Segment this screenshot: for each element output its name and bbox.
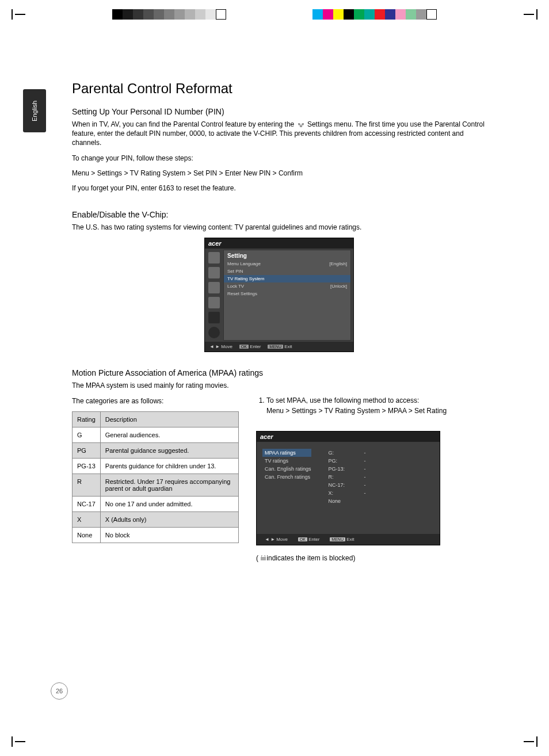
body-text: The MPAA system is used mainly for ratin… bbox=[72, 381, 486, 390]
osd-row: MPAA ratings bbox=[262, 449, 311, 457]
menu-path: Menu > Settings > TV Rating System > MPA… bbox=[266, 407, 486, 415]
osd-row: TV Rating System bbox=[224, 275, 350, 282]
osd-row: NC-17:- bbox=[329, 481, 366, 489]
lock-note: ( indicates the item is blocked) bbox=[256, 553, 486, 563]
osd-footer: ◄ ► Move OK Enter MENU Exit bbox=[257, 534, 440, 545]
table-row: PGParental guidance suggested. bbox=[73, 442, 239, 458]
page-title: Parental Control Reformat bbox=[72, 81, 486, 97]
body-text: The U.S. has two rating systems for view… bbox=[72, 223, 486, 232]
osd-row: Lock TV[Unlock] bbox=[224, 282, 350, 290]
osd-row: Can. English ratings bbox=[265, 465, 311, 473]
table-row: NC-17No one 17 and under admitted. bbox=[73, 496, 239, 511]
page-content: Parental Control Reformat Setting Up You… bbox=[72, 81, 486, 568]
section-heading-pin: Setting Up Your Personal ID Number (PIN) bbox=[72, 107, 486, 116]
color-swatches bbox=[312, 9, 437, 20]
osd-row: Can. French ratings bbox=[265, 473, 311, 481]
section-heading-mpaa: Motion Picture Association of America (M… bbox=[72, 368, 486, 377]
osd-panel-title: Setting bbox=[224, 250, 350, 260]
body-text: Menu > Settings > TV Rating System > Set… bbox=[72, 169, 486, 178]
osd-screenshot-settings: acer Setting Menu Language[English]Set P… bbox=[204, 238, 354, 352]
table-row: XX (Adults only) bbox=[73, 511, 239, 527]
lock-icon bbox=[260, 555, 266, 562]
osd-screenshot-mpaa: acer MPAA ratingsTV ratingsCan. English … bbox=[256, 431, 440, 545]
list-item: To set MPAA, use the following method to… bbox=[266, 396, 486, 415]
osd-row: G:- bbox=[329, 449, 366, 457]
body-text: When in TV, AV, you can find the Parenta… bbox=[72, 120, 486, 148]
osd-brand: acer bbox=[257, 432, 440, 442]
osd-row: PG-13:- bbox=[329, 465, 366, 473]
steps-list: To set MPAA, use the following method to… bbox=[256, 396, 486, 415]
page-number: 26 bbox=[51, 682, 68, 700]
osd-row: PG:- bbox=[329, 457, 366, 465]
osd-row: R:- bbox=[329, 473, 366, 481]
osd-row: Set PIN bbox=[224, 268, 350, 275]
osd-brand: acer bbox=[205, 238, 353, 249]
table-row: GGeneral audiences. bbox=[73, 427, 239, 442]
osd-side-icons bbox=[205, 249, 223, 342]
osd-row: None bbox=[329, 497, 366, 505]
table-header: Rating bbox=[73, 411, 101, 427]
table-row: NoneNo block bbox=[73, 527, 239, 543]
osd-row: TV ratings bbox=[265, 457, 311, 465]
print-marks-bottom bbox=[0, 733, 549, 750]
osd-row: Reset Settings bbox=[224, 290, 350, 297]
osd-row: X:- bbox=[329, 489, 366, 497]
osd-row: Menu Language[English] bbox=[224, 260, 350, 268]
body-text: To change your PIN, follow these steps: bbox=[72, 154, 486, 163]
settings-icon bbox=[296, 121, 306, 128]
gray-swatches bbox=[112, 9, 226, 20]
body-text: The categories are as follows: bbox=[72, 396, 239, 406]
section-heading-vchip: Enable/Disable the V-Chip: bbox=[72, 210, 486, 219]
table-row: RRestricted. Under 17 requires accompany… bbox=[73, 474, 239, 496]
body-text: If you forget your PIN, enter 6163 to re… bbox=[72, 184, 486, 193]
print-marks-top bbox=[0, 6, 549, 23]
osd-footer: ◄ ► Move OK Enter MENU Exit bbox=[205, 342, 353, 352]
table-header: Description bbox=[100, 411, 238, 427]
table-row: PG-13Parents guidance for children under… bbox=[73, 458, 239, 474]
language-tab: English bbox=[23, 89, 46, 132]
mpaa-rating-table: Rating Description GGeneral audiences.PG… bbox=[72, 411, 239, 543]
